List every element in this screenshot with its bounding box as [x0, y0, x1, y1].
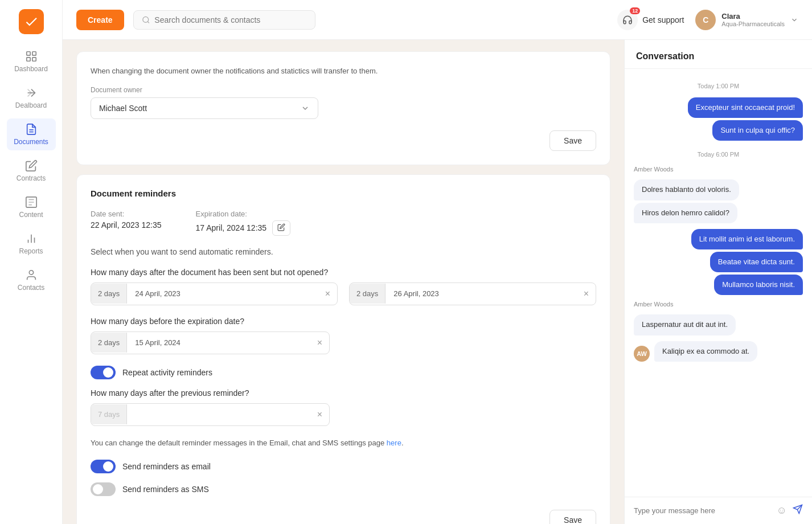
support-label: Get support	[642, 15, 684, 24]
timestamp-2: Today 6:00 PM	[634, 151, 803, 158]
sidebar-item-dashboard[interactable]: Dashboard	[7, 46, 56, 77]
owner-note: When changing the document owner the not…	[91, 66, 596, 77]
sidebar-item-dealboard[interactable]: Dealboard	[7, 82, 56, 114]
owner-value: Michael Scott	[99, 104, 147, 113]
settings-link[interactable]: here	[387, 439, 401, 447]
owner-select[interactable]: Michael Scott	[91, 97, 318, 119]
sender-name-2: Amber Woods	[634, 301, 803, 308]
reminder-note-prefix: You can change the default reminder mess…	[91, 439, 387, 447]
message-bubble: Laspernatur aut dit aut int.	[634, 314, 736, 335]
expiration-value: 17 April, 2024 12:35	[196, 223, 267, 232]
repeat-label: Repeat activity reminders	[122, 368, 212, 377]
create-button[interactable]: Create	[76, 10, 124, 30]
center-panel: When changing the document owner the not…	[63, 40, 624, 524]
q1-input-group: 2 days 24 April, 2023 ×	[91, 283, 338, 305]
q4-days-badge: 7 days	[91, 404, 127, 424]
chevron-down-icon	[790, 16, 798, 24]
chat-input-area: ☺	[625, 497, 812, 524]
sms-toggle-row: Send reminders as SMS	[91, 482, 596, 496]
sidebar-item-label: Content	[19, 211, 43, 219]
q2-clear-button[interactable]: ×	[577, 283, 596, 305]
support-badge: 12	[630, 7, 640, 14]
sms-label: Send reminders as SMS	[122, 485, 209, 494]
repeat-toggle[interactable]	[91, 366, 116, 379]
chat-input[interactable]	[634, 506, 771, 515]
send-button[interactable]	[793, 504, 803, 517]
q3-date-value: 15 April, 2024	[127, 333, 310, 353]
dates-row: Date sent: 22 April, 2023 12:35 Expirati…	[91, 210, 596, 236]
sidebar-item-label: Dashboard	[14, 65, 48, 73]
reminders-title: Document reminders	[91, 189, 596, 198]
q3-input-group: 2 days 15 April, 2024 ×	[91, 331, 330, 354]
message-bubble: Sunt in culpa qui offic?	[712, 120, 803, 141]
sidebar-item-content[interactable]: Content	[7, 191, 56, 223]
timestamp-1: Today 1:00 PM	[634, 83, 803, 89]
q4-placeholder	[127, 409, 310, 420]
owner-card: When changing the document owner the not…	[76, 51, 610, 165]
search-input[interactable]	[154, 15, 306, 24]
message-bubble: Beatae vitae dicta sunt.	[710, 252, 803, 272]
expiration-date-group: Expiration date: 17 April, 2024 12:35	[196, 210, 291, 236]
received-group-1: Dolres hablanto dol voloris. Hiros delon…	[634, 179, 803, 223]
sidebar-item-contacts[interactable]: Contacts	[7, 264, 56, 296]
message-bubble: Lit mollit anim id est laborum.	[691, 229, 803, 249]
save-owner-button[interactable]: Save	[549, 130, 596, 151]
messages-area: Today 1:00 PM Excepteur sint occaecat pr…	[625, 69, 812, 497]
main-wrapper: Create 12 Get support C Clara Aqua-Pharm…	[63, 0, 812, 524]
svg-rect-0	[26, 52, 30, 55]
email-toggle[interactable]	[91, 460, 116, 473]
q3-clear-button[interactable]: ×	[310, 332, 329, 354]
user-details: Clara Aqua-Pharmaceuticals	[721, 12, 785, 27]
conversation-header: Conversation	[625, 40, 812, 69]
svg-rect-2	[26, 58, 30, 61]
sidebar-item-documents[interactable]: Documents	[7, 118, 56, 150]
avatar: AW	[634, 346, 650, 362]
q4-label: How many days after the previous reminde…	[91, 388, 596, 398]
sender-name-1: Amber Woods	[634, 166, 803, 173]
date-sent-group: Date sent: 22 April, 2023 12:35	[91, 210, 162, 236]
right-panel: Conversation Today 1:00 PM Excepteur sin…	[624, 40, 812, 524]
user-initials: C	[703, 15, 708, 24]
q4-clear-button[interactable]: ×	[310, 404, 329, 425]
sidebar-item-reports[interactable]: Reports	[7, 228, 56, 260]
send-icon	[793, 504, 803, 514]
q1-label: How many days after the document has bee…	[91, 268, 596, 277]
sidebar-item-contracts[interactable]: Contracts	[7, 155, 56, 187]
reminders-card: Document reminders Date sent: 22 April, …	[76, 174, 610, 525]
user-info[interactable]: C Clara Aqua-Pharmaceuticals	[695, 10, 798, 30]
received-with-avatar: AW Kaliqip ex ea commodo at.	[634, 341, 803, 362]
date-sent-value: 22 April, 2023 12:35	[91, 220, 162, 230]
sidebar: Dashboard Dealboard Documents Contracts …	[0, 0, 63, 524]
reminder-desc: Select when you want to send automatic r…	[91, 247, 596, 256]
q4-input-group: 7 days ×	[91, 403, 330, 426]
edit-expiration-button[interactable]	[272, 220, 290, 236]
emoji-button[interactable]: ☺	[777, 505, 787, 517]
message-bubble: Kaliqip ex ea commodo at.	[654, 341, 757, 362]
expiration-label: Expiration date:	[196, 210, 291, 218]
save-reminders-right: Save	[91, 510, 596, 524]
date-sent-value-row: 22 April, 2023 12:35	[91, 220, 162, 230]
app-logo	[19, 9, 44, 34]
repeat-toggle-slider	[91, 366, 116, 379]
sent-group-2: Lit mollit anim id est laborum. Beatae v…	[634, 229, 803, 296]
q3-label: How many days before the expiration date…	[91, 317, 596, 326]
support-button[interactable]: 12 Get support	[617, 10, 684, 30]
save-reminders-button[interactable]: Save	[549, 510, 596, 524]
q3-days-badge: 2 days	[91, 333, 127, 353]
q3-row: 2 days 15 April, 2024 ×	[91, 331, 596, 354]
sidebar-item-label: Reports	[19, 247, 43, 255]
sms-toggle[interactable]	[91, 482, 116, 496]
q1-days-badge: 2 days	[91, 284, 127, 304]
save-btn-right: Save	[91, 130, 596, 151]
sidebar-item-label: Contacts	[18, 284, 44, 292]
search-bar	[133, 10, 315, 30]
svg-rect-3	[32, 58, 35, 61]
sent-group-1: Excepteur sint occaecat proid! Sunt in c…	[634, 97, 803, 141]
owner-field-label: Document owner	[91, 86, 596, 94]
svg-rect-1	[32, 52, 35, 55]
q1-clear-button[interactable]: ×	[318, 283, 337, 305]
message-bubble: Hiros delon hemro calidol?	[634, 203, 737, 223]
topbar: Create 12 Get support C Clara Aqua-Pharm…	[63, 0, 812, 40]
chevron-down-icon	[301, 104, 310, 113]
sms-toggle-slider	[91, 482, 116, 496]
